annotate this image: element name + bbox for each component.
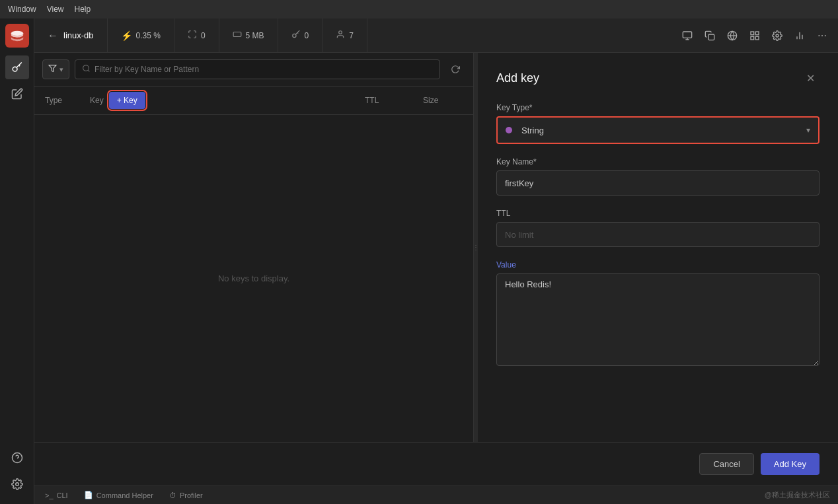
- svg-point-7: [339, 31, 342, 34]
- filter-icon: [48, 63, 57, 75]
- ttl-group: TTL: [496, 209, 819, 247]
- svg-rect-5: [233, 32, 241, 37]
- keys-table-header: Type Key + Key TTL Size: [34, 87, 473, 115]
- search-input[interactable]: [95, 65, 433, 74]
- close-button[interactable]: ✕: [801, 69, 819, 87]
- search-box[interactable]: [75, 59, 440, 79]
- top-bar: ← linux-db ⚡ 0.35 % 0: [34, 18, 838, 53]
- profiler-icon: ⏱: [169, 491, 176, 499]
- back-button[interactable]: ←: [48, 30, 58, 42]
- menu-bar: Window View Help: [0, 0, 838, 18]
- empty-message: No keys to display.: [218, 273, 289, 283]
- cpu-icon: ⚡: [121, 30, 132, 41]
- keys-icon: [291, 30, 301, 41]
- key-type-dot: [506, 127, 512, 133]
- dialog-title: Add key: [496, 71, 539, 85]
- status-bar: >_ CLI 📄 Command Helper ⏱ Profiler @稀土掘金…: [34, 486, 838, 504]
- menu-view[interactable]: View: [47, 5, 64, 14]
- profiler-label: Profiler: [180, 491, 203, 499]
- top-actions: ⋯: [671, 25, 838, 46]
- svg-line-22: [88, 70, 89, 71]
- redis-logo-icon: [10, 28, 24, 43]
- action-more[interactable]: ⋯: [812, 25, 833, 46]
- col-header-ttl: TTL: [365, 96, 418, 105]
- ttl-input[interactable]: [496, 222, 819, 247]
- key-list-panel: ▾: [34, 53, 474, 442]
- svg-point-0: [11, 31, 22, 36]
- stats-bar: ⚡ 0.35 % 0: [108, 18, 671, 53]
- key-name-input[interactable]: [496, 170, 819, 196]
- action-analytics[interactable]: [789, 25, 810, 46]
- stat-cpu: ⚡ 0.35 %: [108, 18, 174, 53]
- svg-rect-15: [751, 36, 754, 40]
- search-icon: [82, 64, 91, 75]
- clients-value: 7: [349, 31, 354, 40]
- col-header-size: Size: [423, 96, 463, 105]
- ttl-label: TTL: [496, 209, 819, 218]
- stat-clients: 7: [323, 18, 367, 53]
- value-textarea[interactable]: Hello Redis!: [496, 273, 819, 366]
- dialog-footer: Cancel Add Key: [34, 442, 838, 486]
- command-helper-icon: 📄: [84, 491, 93, 499]
- svg-rect-12: [751, 32, 754, 35]
- cancel-button[interactable]: Cancel: [699, 453, 753, 475]
- content-area: ← linux-db ⚡ 0.35 % 0: [34, 18, 838, 504]
- command-helper-tab[interactable]: 📄 Command Helper: [81, 491, 156, 499]
- sidebar-bottom: [5, 446, 29, 504]
- sidebar-icon-keys[interactable]: [5, 55, 29, 79]
- cli-label: CLI: [57, 491, 68, 499]
- cli-tab[interactable]: >_ CLI: [42, 491, 71, 499]
- key-type-label: Key Type*: [496, 103, 819, 112]
- action-settings[interactable]: [767, 25, 788, 46]
- action-grid[interactable]: [744, 25, 765, 46]
- app-body: ← linux-db ⚡ 0.35 % 0: [0, 18, 838, 504]
- connections-icon: [188, 30, 197, 41]
- filter-controls[interactable]: ▾: [42, 59, 69, 79]
- profiler-tab[interactable]: ⏱ Profiler: [167, 491, 206, 499]
- app-logo: [5, 24, 29, 48]
- svg-rect-13: [755, 32, 759, 35]
- refresh-button[interactable]: [445, 59, 465, 79]
- filter-bar: ▾: [34, 53, 473, 87]
- sidebar-icon-settings[interactable]: [5, 472, 29, 496]
- menu-window[interactable]: Window: [8, 5, 36, 14]
- key-name-label: Key Name*: [496, 157, 819, 166]
- key-type-select[interactable]: String Hash List Set ZSet Stream: [498, 118, 818, 143]
- command-helper-label: Command Helper: [96, 491, 153, 499]
- cli-icon: >_: [45, 491, 54, 499]
- dialog-header: Add key ✕: [496, 69, 819, 87]
- clients-icon: [336, 30, 345, 41]
- action-copy[interactable]: [699, 25, 720, 46]
- watermark: @稀土掘金技术社区: [765, 490, 830, 500]
- svg-point-16: [776, 34, 779, 37]
- key-type-select-wrapper: String Hash List Set ZSet Stream ▾: [496, 116, 819, 144]
- action-workbench[interactable]: [677, 25, 698, 46]
- svg-marker-20: [49, 65, 56, 72]
- menu-help[interactable]: Help: [74, 5, 91, 14]
- stat-connections: 0: [174, 18, 219, 53]
- add-key-button[interactable]: + Key: [109, 92, 145, 109]
- svg-rect-9: [708, 34, 714, 40]
- svg-rect-14: [755, 36, 759, 40]
- svg-point-6: [292, 34, 295, 37]
- add-key-submit-button[interactable]: Add Key: [761, 453, 819, 475]
- memory-value: 5 MB: [246, 31, 264, 40]
- keys-value: 0: [305, 31, 309, 40]
- filter-chevron-icon: ▾: [59, 65, 63, 74]
- stat-keys: 0: [278, 18, 323, 53]
- icon-sidebar: [0, 18, 34, 504]
- key-name-group: Key Name*: [496, 157, 819, 196]
- sidebar-icon-editor[interactable]: [5, 82, 29, 106]
- tab-linux-db[interactable]: ← linux-db: [34, 18, 108, 53]
- action-network[interactable]: [722, 25, 743, 46]
- svg-point-21: [83, 65, 89, 71]
- sidebar-icon-help[interactable]: [5, 446, 29, 470]
- main-split: ▾: [34, 53, 838, 442]
- svg-point-1: [13, 67, 17, 71]
- empty-state: No keys to display.: [34, 115, 473, 442]
- stat-memory: 5 MB: [219, 18, 278, 53]
- col-header-type: Type: [45, 96, 85, 105]
- key-type-group: Key Type* String Hash List Set ZSet Stre…: [496, 103, 819, 144]
- svg-rect-8: [683, 32, 691, 38]
- svg-point-4: [15, 483, 19, 486]
